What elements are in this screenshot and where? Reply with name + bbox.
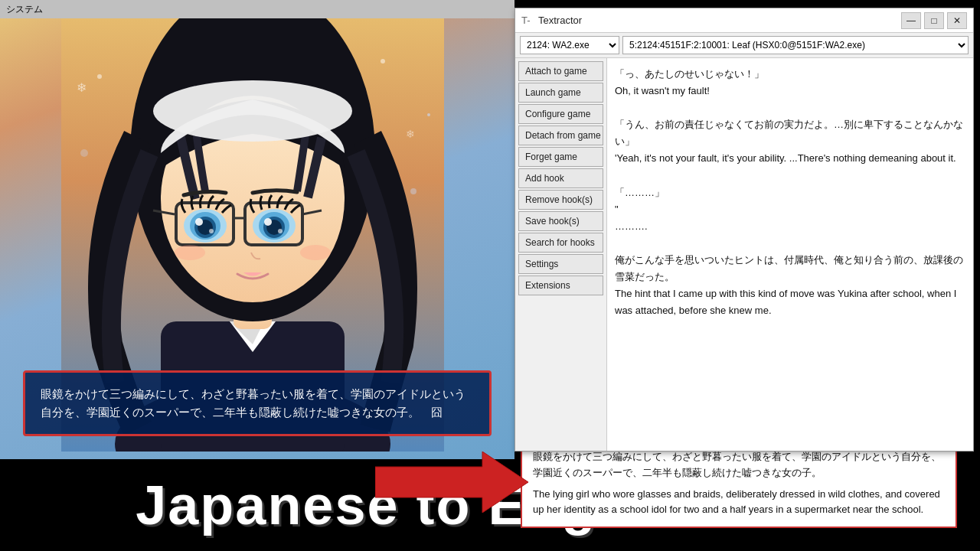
translation-box: 眼鏡をかけて三つ編みにして、わざと野暮ったい服を着て、学園のアイドルという自分を… [521,439,957,528]
search-for-hooks-button[interactable]: Search for hooks [518,233,603,253]
text-line: 「っ、あたしのせいじゃない！」Oh, it wasn't my fault! [615,66,965,99]
remove-hooks-button[interactable]: Remove hook(s) [518,190,603,210]
save-hooks-button[interactable]: Save hook(s) [518,211,603,231]
game-menu-item[interactable]: システム [6,3,43,16]
svg-point-28 [209,229,214,233]
detach-from-game-button[interactable]: Detach from game [518,126,603,145]
main-content: Attach to gameLaunch gameConfigure gameD… [515,58,973,451]
attach-to-game-button[interactable]: Attach to game [518,61,603,81]
svg-marker-38 [375,452,528,513]
text-display-area[interactable]: 「っ、あたしのせいじゃない！」Oh, it wasn't my fault! 「… [607,58,973,451]
translation-en-text: The lying girl who wore glasses and brai… [533,487,945,517]
svg-point-35 [175,245,205,260]
app-icon: T- [521,15,534,27]
title-bar: T- Textractor — □ ✕ [515,8,973,33]
forget-game-button[interactable]: Forget game [518,147,603,167]
title-bar-controls: — □ ✕ [901,12,967,29]
svg-point-37 [153,80,352,142]
process-selector[interactable]: 2124: WA2.exe [520,36,619,54]
svg-point-3 [381,59,385,64]
text-line: 「うん、お前の責任じゃなくてお前の実力だよ。…別に卑下することなんかない」'Ye… [615,116,965,167]
translation-jp-text: 眼鏡をかけて三つ編みにして、わざと野暮ったい服を着て、学園のアイドルという自分を… [533,449,945,480]
add-hook-button[interactable]: Add hook [518,168,603,188]
dialogue-text: 眼鏡をかけて三つ編みにして、わざと野暮ったい服を着て、学園のアイドルという自分を… [41,387,466,419]
svg-point-5 [80,149,88,157]
window-title: Textractor [538,15,901,26]
text-line: 「………」"………. [615,184,965,235]
button-panel: Attach to gameLaunch gameConfigure gameD… [515,58,607,451]
settings-button[interactable]: Settings [518,254,603,274]
minimize-button[interactable]: — [901,12,921,29]
svg-point-27 [195,218,203,226]
close-button[interactable]: ✕ [947,12,967,29]
hook-selector[interactable]: 5:2124:45151F:2:10001: Leaf (HSX0:0@5151… [622,36,969,54]
dialogue-box: 眼鏡をかけて三つ編みにして、わざと野暮ったい服を着て、学園のアイドルという自分を… [23,370,492,436]
extensions-button[interactable]: Extensions [518,276,603,295]
svg-point-1 [97,74,102,79]
textractor-window: T- Textractor — □ ✕ 2124: WA2.exe 5:2124… [514,8,974,452]
svg-point-36 [300,245,331,260]
svg-point-6 [410,188,416,194]
translation-arrow [375,452,528,513]
svg-point-4 [427,113,430,116]
svg-point-33 [264,218,272,226]
text-line: 俺がこんな手を思いついたヒントは、付属時代、俺と知り合う前の、放課後の雪菜だった… [615,252,965,319]
configure-game-button[interactable]: Configure game [518,104,603,124]
svg-text:❄: ❄ [77,81,87,94]
toolbar: 2124: WA2.exe 5:2124:45151F:2:10001: Lea… [515,33,973,58]
launch-game-button[interactable]: Launch game [518,83,603,103]
svg-text:❄: ❄ [406,128,415,140]
game-menu-bar: システム [0,0,514,18]
maximize-button[interactable]: □ [924,12,944,29]
svg-point-34 [278,229,283,233]
game-area: システム ❄ ❄ ❄ [0,0,514,459]
